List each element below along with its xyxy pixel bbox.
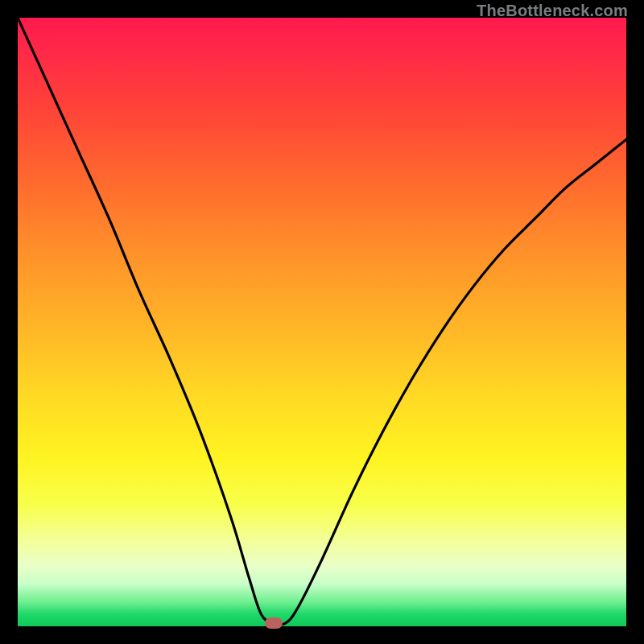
plot-area bbox=[18, 18, 626, 626]
optimal-point-marker bbox=[265, 617, 283, 629]
curve-svg bbox=[18, 18, 626, 626]
bottleneck-curve-path bbox=[18, 18, 626, 625]
chart-frame: TheBottleneck.com bbox=[0, 0, 644, 644]
